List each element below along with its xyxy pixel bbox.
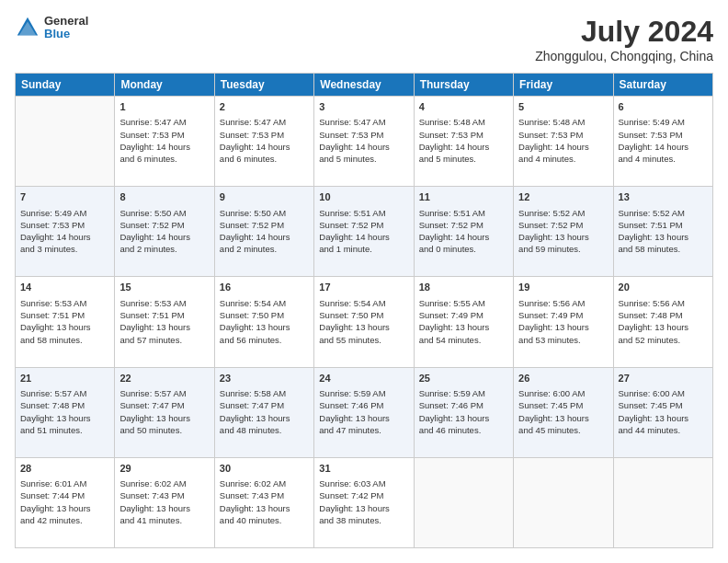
cell-detail: Sunset: 7:52 PM [319,219,408,231]
cell-detail: Daylight: 14 hours [319,141,408,153]
calendar-table: SundayMondayTuesdayWednesdayThursdayFrid… [15,73,713,548]
cell-detail: Sunrise: 5:49 AM [20,207,109,219]
cell-detail: and 40 minutes. [220,514,309,526]
calendar-cell: 10Sunrise: 5:51 AMSunset: 7:52 PMDayligh… [314,187,414,277]
cell-detail: Sunset: 7:53 PM [518,129,608,141]
cell-detail: and 46 minutes. [419,424,508,436]
cell-detail: Sunset: 7:50 PM [220,309,309,321]
cell-detail: and 50 minutes. [119,424,209,436]
cell-detail: and 2 minutes. [220,243,309,255]
calendar-cell: 4Sunrise: 5:48 AMSunset: 7:53 PMDaylight… [414,97,513,187]
day-number: 29 [119,462,209,476]
cell-detail: Daylight: 14 hours [518,141,608,153]
title-month: July 2024 [535,15,713,49]
cell-detail: and 1 minute. [319,243,408,255]
cell-detail: Sunset: 7:52 PM [518,219,608,231]
cell-detail: and 53 minutes. [518,334,608,346]
day-number: 27 [619,372,708,385]
cell-detail: Sunrise: 6:00 AM [518,387,608,399]
cell-detail: Sunrise: 5:56 AM [518,297,608,309]
calendar-cell: 13Sunrise: 5:52 AMSunset: 7:51 PMDayligh… [613,187,712,277]
header-day: Wednesday [314,74,414,97]
cell-detail: and 38 minutes. [319,514,408,526]
day-number: 4 [419,100,508,114]
cell-detail: Sunset: 7:46 PM [319,399,408,411]
cell-detail: Sunrise: 6:03 AM [319,477,408,489]
cell-detail: Sunrise: 5:52 AM [619,207,708,219]
cell-detail: Daylight: 13 hours [119,412,209,424]
cell-detail: Daylight: 14 hours [20,231,109,243]
cell-detail: Daylight: 14 hours [319,231,408,243]
day-number: 28 [20,462,109,476]
day-number: 5 [518,100,608,114]
day-number: 10 [319,190,408,204]
calendar-cell: 15Sunrise: 5:53 AMSunset: 7:51 PMDayligh… [115,277,214,367]
header: General Blue July 2024 Zhonggulou, Chong… [15,15,713,63]
cell-detail: and 51 minutes. [20,424,109,436]
cell-detail: Daylight: 14 hours [220,141,309,153]
cell-detail: and 45 minutes. [518,424,608,436]
cell-detail: Sunset: 7:50 PM [319,309,408,321]
cell-detail: and 56 minutes. [220,334,309,346]
cell-detail: Sunrise: 6:00 AM [619,387,708,399]
cell-detail: Sunset: 7:53 PM [619,129,708,141]
day-number: 11 [419,190,508,204]
day-number: 13 [619,190,708,204]
cell-detail: Sunset: 7:43 PM [119,489,209,501]
calendar-cell: 1Sunrise: 5:47 AMSunset: 7:53 PMDaylight… [115,97,214,187]
cell-detail: and 5 minutes. [419,153,508,165]
header-day: Monday [115,74,214,97]
cell-detail: Sunset: 7:48 PM [20,399,109,411]
cell-detail: Daylight: 13 hours [518,231,608,243]
calendar-cell: 7Sunrise: 5:49 AMSunset: 7:53 PMDaylight… [16,187,115,277]
cell-detail: and 52 minutes. [619,334,708,346]
header-day: Thursday [414,74,513,97]
cell-detail: Sunset: 7:46 PM [419,399,508,411]
calendar-cell: 18Sunrise: 5:55 AMSunset: 7:49 PMDayligh… [414,277,513,367]
cell-detail: Sunrise: 5:59 AM [419,387,508,399]
calendar-week-row: 28Sunrise: 6:01 AMSunset: 7:44 PMDayligh… [16,457,713,547]
cell-detail: Sunrise: 6:02 AM [220,477,309,489]
cell-detail: Daylight: 13 hours [319,321,408,333]
cell-detail: Sunrise: 5:57 AM [20,387,109,399]
day-number: 23 [220,372,309,385]
calendar-cell [514,457,613,547]
cell-detail: Sunset: 7:53 PM [319,129,408,141]
cell-detail: Daylight: 13 hours [220,412,309,424]
day-number: 30 [220,462,309,476]
cell-detail: Sunrise: 5:50 AM [119,207,209,219]
cell-detail: Daylight: 13 hours [419,321,508,333]
day-number: 6 [619,100,708,114]
cell-detail: Sunrise: 5:54 AM [319,297,408,309]
calendar-cell: 3Sunrise: 5:47 AMSunset: 7:53 PMDaylight… [314,97,414,187]
title-section: July 2024 Zhonggulou, Chongqing, China [535,15,713,63]
calendar-cell: 9Sunrise: 5:50 AMSunset: 7:52 PMDaylight… [214,187,313,277]
cell-detail: Daylight: 14 hours [619,141,708,153]
logo-general: General [44,15,88,28]
cell-detail: and 58 minutes. [20,334,109,346]
logo-blue: Blue [44,28,88,40]
cell-detail: and 58 minutes. [619,243,708,255]
cell-detail: Sunset: 7:51 PM [619,219,708,231]
cell-detail: and 42 minutes. [20,514,109,526]
cell-detail: and 6 minutes. [220,153,309,165]
day-number: 1 [119,100,209,114]
cell-detail: Daylight: 14 hours [119,141,209,153]
day-number: 20 [619,281,708,294]
day-number: 16 [220,281,309,294]
cell-detail: Sunrise: 5:54 AM [220,297,309,309]
cell-detail: and 4 minutes. [619,153,708,165]
calendar-cell: 16Sunrise: 5:54 AMSunset: 7:50 PMDayligh… [214,277,313,367]
cell-detail: and 59 minutes. [518,243,608,255]
day-number: 15 [119,281,209,294]
day-number: 31 [319,462,408,476]
cell-detail: and 5 minutes. [319,153,408,165]
calendar-cell: 11Sunrise: 5:51 AMSunset: 7:52 PMDayligh… [414,187,513,277]
day-number: 7 [20,190,109,204]
cell-detail: Sunrise: 5:53 AM [20,297,109,309]
header-day: Tuesday [214,74,313,97]
cell-detail: Daylight: 14 hours [220,231,309,243]
calendar-cell: 17Sunrise: 5:54 AMSunset: 7:50 PMDayligh… [314,277,414,367]
cell-detail: Daylight: 14 hours [119,231,209,243]
day-number: 3 [319,100,408,114]
